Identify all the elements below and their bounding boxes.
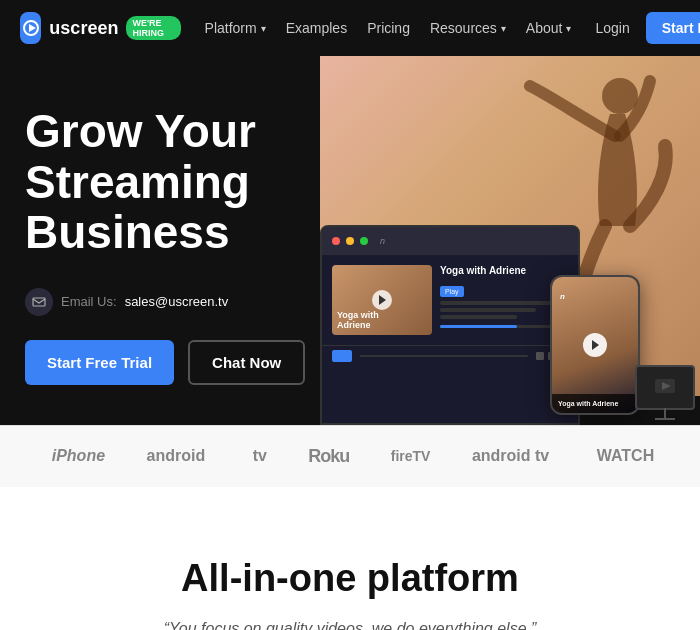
play-icon bbox=[372, 290, 392, 310]
hero-title: Grow Your Streaming Business bbox=[25, 106, 310, 258]
platform-applewatch: WATCH bbox=[591, 447, 654, 465]
logo-text: uscreen bbox=[49, 18, 118, 39]
platform-roku: Roku bbox=[308, 446, 349, 467]
nav-right: Login Start Free Trial bbox=[595, 12, 700, 44]
platform-iphone: iPhone bbox=[46, 447, 105, 465]
platform-android: android bbox=[147, 447, 206, 465]
mobile-app-mockup: n Yoga with Adriene bbox=[550, 275, 640, 415]
mobile-header: n bbox=[560, 285, 630, 303]
hero-section: Grow Your Streaming Business Email Us: s… bbox=[0, 56, 700, 425]
svg-point-3 bbox=[602, 78, 638, 114]
nav-link-examples[interactable]: Examples bbox=[286, 20, 347, 36]
mobile-video-info: Yoga with Adriene bbox=[552, 394, 638, 413]
dot-green bbox=[360, 237, 368, 245]
nav-links: Platform ▾ Examples Pricing Resources ▾ … bbox=[205, 20, 572, 36]
seek-bar bbox=[360, 355, 528, 357]
email-icon bbox=[25, 288, 53, 316]
nav-link-platform[interactable]: Platform ▾ bbox=[205, 20, 266, 36]
login-link[interactable]: Login bbox=[595, 20, 629, 36]
tv-stand bbox=[664, 408, 666, 418]
bottom-section: All-in-one platform “You focus on qualit… bbox=[0, 487, 700, 630]
mobile-video-title: Yoga with Adriene bbox=[558, 400, 632, 407]
platform-androidtv: android tv bbox=[472, 447, 549, 465]
platform-firetv: fireTV bbox=[391, 448, 431, 464]
svg-rect-2 bbox=[33, 298, 45, 306]
logo-area[interactable]: uscreen We're Hiring bbox=[20, 12, 181, 44]
svg-marker-5 bbox=[592, 340, 599, 350]
nav-link-resources[interactable]: Resources ▾ bbox=[430, 20, 506, 36]
play-button-mockup[interactable]: Play bbox=[440, 286, 464, 297]
mockup-video-title: Yoga with Adriene bbox=[440, 265, 568, 276]
mobile-brand: n bbox=[560, 292, 565, 301]
hiring-badge: We're Hiring bbox=[126, 16, 180, 40]
trial-button-hero[interactable]: Start Free Trial bbox=[25, 340, 174, 385]
platform-strip: iPhone android tv Roku fireTV android tv… bbox=[0, 425, 700, 487]
email-label: Email Us: bbox=[61, 294, 117, 309]
dot-yellow bbox=[346, 237, 354, 245]
chevron-down-icon: ▾ bbox=[261, 23, 266, 34]
progress-bar bbox=[440, 325, 568, 328]
progress-fill bbox=[440, 325, 517, 328]
chevron-down-icon: ▾ bbox=[566, 23, 571, 34]
tv-app-mockup bbox=[635, 365, 695, 410]
hero-left: Grow Your Streaming Business Email Us: s… bbox=[0, 56, 340, 425]
navbar: uscreen We're Hiring Platform ▾ Examples… bbox=[0, 0, 700, 56]
tv-base bbox=[655, 418, 675, 420]
trial-button-nav[interactable]: Start Free Trial bbox=[646, 12, 700, 44]
chat-button-hero[interactable]: Chat Now bbox=[188, 340, 305, 385]
nav-link-about[interactable]: About ▾ bbox=[526, 20, 572, 36]
mockup-description bbox=[440, 301, 568, 319]
svg-marker-4 bbox=[379, 295, 386, 305]
mobile-screen: n Yoga with Adriene bbox=[552, 277, 638, 413]
mockup-info: Yoga with Adriene Play bbox=[440, 265, 568, 335]
email-address: sales@uscreen.tv bbox=[125, 294, 229, 309]
chevron-down-icon: ▾ bbox=[501, 23, 506, 34]
mobile-play-icon bbox=[583, 333, 607, 357]
mockup-controls bbox=[322, 345, 578, 366]
bottom-title: All-in-one platform bbox=[30, 557, 670, 600]
video-thumbnail: Yoga withAdriene bbox=[332, 265, 432, 335]
logo-icon bbox=[20, 12, 41, 44]
bottom-quote: “You focus on quality videos, we do ever… bbox=[30, 620, 670, 630]
svg-marker-1 bbox=[29, 24, 36, 32]
video-title-label: Yoga withAdriene bbox=[337, 310, 379, 330]
hero-email: Email Us: sales@uscreen.tv bbox=[25, 288, 310, 316]
hero-buttons: Start Free Trial Chat Now bbox=[25, 340, 310, 385]
tv-screen bbox=[655, 379, 675, 395]
mockup-body: Yoga withAdriene Yoga with Adriene Play bbox=[322, 255, 578, 345]
platform-appletv: tv bbox=[247, 447, 267, 465]
hero-right: n Yoga withAdriene Yoga with Adriene Pla… bbox=[320, 56, 700, 425]
mockup-header: n bbox=[322, 227, 578, 255]
nav-link-pricing[interactable]: Pricing bbox=[367, 20, 410, 36]
desktop-app-mockup: n Yoga withAdriene Yoga with Adriene Pla… bbox=[320, 225, 580, 425]
mockup-brand: n bbox=[380, 236, 385, 246]
